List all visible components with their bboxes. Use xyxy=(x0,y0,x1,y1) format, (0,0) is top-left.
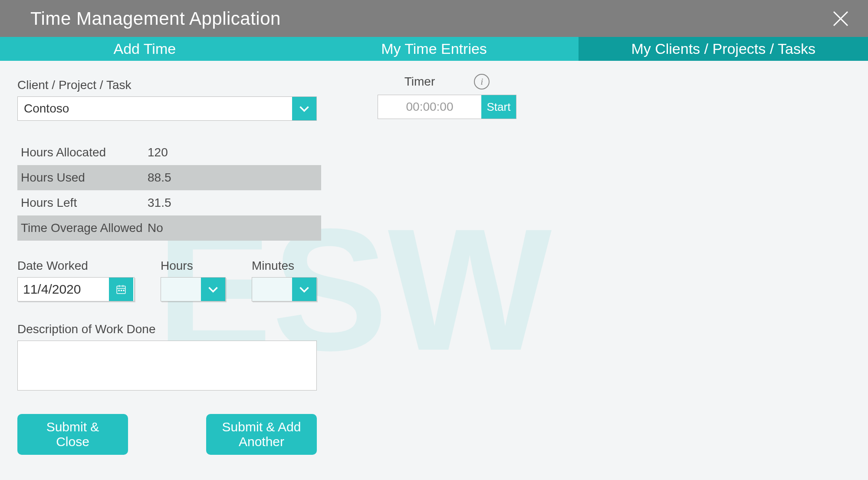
hours-dropdown[interactable] xyxy=(161,277,226,301)
hours-dropdown-button[interactable] xyxy=(201,278,225,301)
title-bar: Time Management Application xyxy=(0,0,868,37)
client-task-label: Client / Project / Task xyxy=(17,78,851,92)
date-picker-button[interactable] xyxy=(109,278,133,301)
hours-value xyxy=(161,278,201,301)
stat-label: Hours Left xyxy=(17,196,148,210)
date-hours-minutes-row: Date Worked xyxy=(17,259,851,301)
svg-rect-7 xyxy=(118,290,120,291)
submit-buttons-row: Submit & Close Submit & Add Another xyxy=(17,414,851,455)
stat-label: Time Overage Allowed xyxy=(17,221,148,235)
client-task-value: Contoso xyxy=(18,97,292,120)
client-task-dropdown[interactable]: Contoso xyxy=(17,96,317,121)
close-icon xyxy=(832,10,849,27)
chevron-down-icon xyxy=(299,284,310,295)
client-task-dropdown-button[interactable] xyxy=(292,97,316,120)
stat-row-hours-left: Hours Left 31.5 xyxy=(17,190,321,215)
svg-rect-8 xyxy=(121,290,122,291)
date-worked-input-group xyxy=(17,277,135,301)
tab-my-time-entries[interactable]: My Time Entries xyxy=(289,37,579,61)
minutes-value xyxy=(252,278,292,301)
app-title: Time Management Application xyxy=(30,8,281,29)
close-button[interactable] xyxy=(831,9,851,29)
submit-close-button[interactable]: Submit & Close xyxy=(17,414,128,455)
description-label: Description of Work Done xyxy=(17,322,851,336)
stat-row-overage: Time Overage Allowed No xyxy=(17,215,321,241)
svg-rect-9 xyxy=(123,290,124,291)
tab-add-time[interactable]: Add Time xyxy=(0,37,289,61)
stat-value: 31.5 xyxy=(148,196,321,210)
description-textarea[interactable] xyxy=(17,341,317,391)
hours-label: Hours xyxy=(161,259,226,273)
tab-my-clients-projects-tasks[interactable]: My Clients / Projects / Tasks xyxy=(579,37,868,61)
tab-bar: Add Time My Time Entries My Clients / Pr… xyxy=(0,37,868,61)
content-area: ESW Timer i 00:00:00 Start Client / Proj… xyxy=(0,61,868,480)
stat-row-hours-allocated: Hours Allocated 120 xyxy=(17,140,321,165)
stat-label: Hours Allocated xyxy=(17,146,148,159)
hours-stats: Hours Allocated 120 Hours Used 88.5 Hour… xyxy=(17,140,321,241)
stat-value: No xyxy=(148,221,321,235)
date-worked-input[interactable] xyxy=(18,278,109,301)
minutes-dropdown[interactable] xyxy=(252,277,317,301)
minutes-label: Minutes xyxy=(252,259,317,273)
chevron-down-icon xyxy=(207,284,219,295)
minutes-dropdown-button[interactable] xyxy=(292,278,316,301)
stat-label: Hours Used xyxy=(17,171,148,185)
submit-add-another-button[interactable]: Submit & Add Another xyxy=(206,414,317,455)
chevron-down-icon xyxy=(299,103,310,114)
description-block: Description of Work Done xyxy=(17,322,851,392)
calendar-icon xyxy=(115,284,127,295)
date-worked-label: Date Worked xyxy=(17,259,135,273)
stat-value: 88.5 xyxy=(148,171,321,185)
stat-value: 120 xyxy=(148,146,321,159)
stat-row-hours-used: Hours Used 88.5 xyxy=(17,165,321,190)
